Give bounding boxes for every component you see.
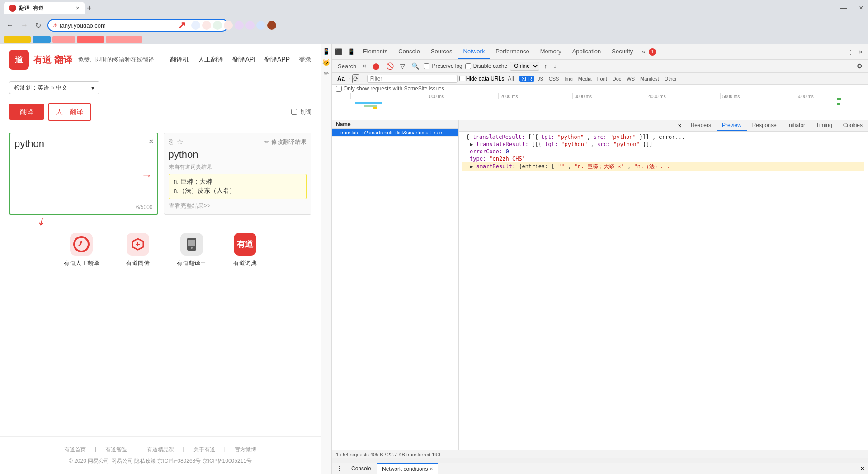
filter-media[interactable]: Media — [576, 76, 594, 82]
clear-button[interactable]: 🚫 — [384, 62, 396, 71]
bottom-close-button[interactable]: × — [861, 465, 864, 472]
samesite-checkbox[interactable] — [336, 86, 342, 92]
detail-tab-cookies[interactable]: Cookies — [838, 120, 868, 131]
detail-tab-response[interactable]: Response — [747, 120, 782, 131]
back-button[interactable]: ← — [4, 20, 16, 30]
detail-tab-timing[interactable]: Timing — [811, 120, 838, 131]
mobile-icon[interactable]: 📱 — [322, 48, 330, 55]
tab-network[interactable]: Network — [458, 44, 491, 59]
filter-refresh-button[interactable]: ⟳ — [352, 74, 359, 83]
tab-security[interactable]: Security — [606, 44, 638, 59]
download-icon[interactable]: ↓ — [552, 62, 558, 71]
devtools-inspect-button[interactable]: ⬛ — [332, 45, 345, 59]
filter-doc[interactable]: Doc — [610, 76, 624, 82]
preserve-log-checkbox[interactable] — [424, 63, 429, 69]
bottom-menu-button[interactable]: ⋮ — [336, 465, 342, 472]
nav-item-2[interactable]: 人工翻译 — [198, 56, 223, 64]
footer-link-1[interactable]: 有道首页 — [64, 446, 86, 454]
filter-font[interactable]: Font — [595, 76, 609, 82]
cat-icon[interactable]: 🐱 — [322, 59, 330, 66]
browser-tab[interactable]: 翻译_有道 × — [4, 2, 85, 14]
product-4[interactable]: 有道 有道词典 — [233, 233, 257, 267]
star-button[interactable]: ☆ — [177, 137, 183, 146]
devtools-close-button[interactable]: × — [857, 47, 864, 57]
product-3[interactable]: 有道翻译王 — [177, 233, 206, 267]
nav-item-3[interactable]: 翻译API — [232, 56, 255, 64]
filter-input[interactable] — [367, 75, 458, 83]
human-translate-button[interactable]: 人工翻译 — [48, 103, 91, 121]
network-conditions-close[interactable]: × — [429, 466, 433, 472]
hide-data-urls-checkbox[interactable] — [459, 76, 465, 81]
tab-application[interactable]: Application — [567, 44, 607, 59]
translation-output-box: ⎘ ☆ ✏ 修改翻译结果 python 来自有道词典结果 n. 巨蟒；大蟒 n.… — [164, 133, 312, 215]
bookmark-3[interactable] — [52, 36, 75, 43]
nav-item-4[interactable]: 翻译APP — [264, 56, 290, 64]
footer-link-3[interactable]: 有道精品课 — [147, 446, 174, 454]
horizontal-scrollbar[interactable] — [332, 458, 868, 463]
input-text[interactable]: python — [14, 138, 44, 149]
filter-ws[interactable]: WS — [624, 76, 637, 82]
nav-item-1[interactable]: 翻译机 — [170, 56, 189, 64]
selected-request-item[interactable]: translate_o?smartresult=dict&smartresult… — [332, 129, 458, 137]
button-row: 翻译 人工翻译 划词 — [9, 103, 311, 121]
record-button[interactable]: ⬤ — [371, 62, 382, 71]
footer-link-5[interactable]: 官方微博 — [235, 446, 256, 454]
filter-button[interactable]: ▽ — [398, 62, 407, 71]
bookmark-2[interactable] — [33, 36, 51, 43]
maximize-button[interactable]: □ — [849, 5, 855, 11]
upload-icon[interactable]: ↑ — [542, 62, 549, 71]
svg-rect-2 — [188, 240, 195, 246]
clear-input-button[interactable]: × — [149, 137, 154, 147]
bookmark-4[interactable] — [77, 36, 104, 43]
tab-elements[interactable]: Elements — [358, 44, 393, 59]
network-search-button[interactable]: 🔍 — [410, 62, 421, 71]
bottom-tab-network-conditions[interactable]: Network conditions × — [377, 463, 438, 474]
login-button[interactable]: 登录 — [299, 56, 311, 64]
bookmark-1[interactable] — [4, 36, 31, 43]
throttle-select[interactable]: Online — [510, 62, 539, 71]
all-filter[interactable]: All — [508, 76, 514, 82]
see-more-link[interactable]: 查看完整结果>> — [169, 202, 307, 210]
detail-tab-preview[interactable]: Preview — [717, 120, 747, 131]
font-size-aa[interactable]: Aa — [336, 75, 346, 82]
devtools-device-button[interactable]: 📱 — [345, 45, 358, 59]
tab-performance[interactable]: Performance — [490, 44, 534, 59]
footer-link-4[interactable]: 关于有道 — [193, 446, 215, 454]
forward-button[interactable]: → — [18, 20, 31, 30]
translate-button[interactable]: 翻译 — [9, 104, 44, 120]
network-settings-button[interactable]: ⚙ — [855, 62, 864, 71]
edit-side-icon[interactable]: ✏ — [324, 70, 329, 77]
tab-sources[interactable]: Sources — [425, 44, 458, 59]
filter-img[interactable]: Img — [562, 76, 575, 82]
detail-tab-initiator[interactable]: Initiator — [782, 120, 811, 131]
search-close-button[interactable]: × — [361, 62, 368, 71]
bookmark-5[interactable] — [106, 36, 142, 43]
lang-selector[interactable]: 检测到：英语 » 中文 ▾ — [9, 81, 99, 94]
window-close-button[interactable]: × — [858, 5, 864, 11]
bottom-tab-console[interactable]: Console — [346, 463, 377, 474]
new-tab-button[interactable]: + — [87, 4, 92, 13]
footer-link-2[interactable]: 有道智造 — [105, 446, 127, 454]
toggle-checkbox[interactable] — [291, 109, 297, 115]
minimize-button[interactable]: — — [840, 5, 846, 11]
search-panel-button[interactable]: Search — [336, 62, 358, 71]
copy-button[interactable]: ⎘ — [169, 138, 173, 146]
tab-memory[interactable]: Memory — [535, 44, 567, 59]
filter-js[interactable]: JS — [535, 76, 546, 82]
filter-css[interactable]: CSS — [547, 76, 561, 82]
ext-icon-3 — [213, 21, 222, 30]
edit-result-button[interactable]: ✏ 修改翻译结果 — [264, 138, 307, 146]
product-2[interactable]: 有道同传 — [126, 233, 150, 267]
devtools-more-button[interactable]: ⋮ — [845, 47, 855, 57]
filter-xhr[interactable]: XHR — [519, 76, 534, 82]
filter-other[interactable]: Other — [662, 76, 679, 82]
reload-button[interactable]: ↻ — [33, 20, 44, 31]
filter-manifest[interactable]: Manifest — [638, 76, 661, 82]
tab-more[interactable]: » — [638, 45, 649, 59]
product-1[interactable]: 有道人工翻译 — [64, 233, 99, 267]
detail-tab-headers[interactable]: Headers — [685, 120, 717, 131]
tab-close-button[interactable]: × — [76, 5, 80, 12]
detail-close-button[interactable]: × — [674, 120, 685, 131]
tab-console[interactable]: Console — [393, 44, 425, 59]
disable-cache-checkbox[interactable] — [465, 63, 471, 69]
